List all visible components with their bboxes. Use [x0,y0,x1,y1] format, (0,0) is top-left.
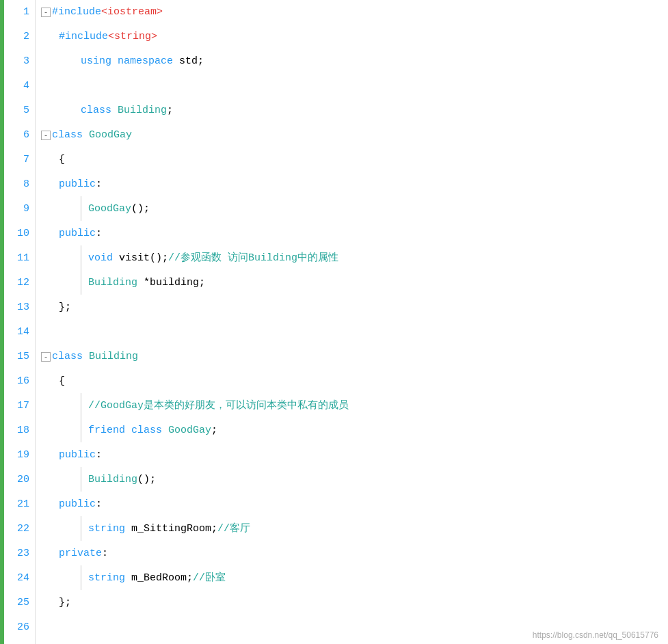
token: }; [59,295,71,320]
token: public [59,222,96,246]
token: public [59,172,96,197]
token: class [81,98,111,123]
token [83,123,89,148]
code-line: friend class GoodGay; [41,418,668,443]
code-line: -class Building [41,345,668,369]
line-number: 18 [4,418,35,443]
token [83,345,89,369]
code-line: private: [41,541,668,566]
token: //参观函数 访问Building中的属性 [168,246,338,271]
line-number: 8 [4,172,35,197]
token: { [59,148,65,172]
line-number: 22 [4,517,35,541]
token: *building; [137,271,205,295]
code-line: public: [41,222,668,246]
line-numbers: 1234567891011121314151617181920212223242… [4,0,36,644]
token: <iostream> [101,0,163,25]
code-line: }; [41,295,668,320]
line-number: 10 [4,222,35,246]
token: private [59,541,102,566]
code-line: string m_SittingRoom;//客厅 [41,517,668,541]
token: Building [88,468,137,492]
token: GoodGay [88,197,131,222]
token: friend [88,418,125,443]
line-number: 21 [4,492,35,517]
token: class [52,345,83,369]
line-number: 23 [4,541,35,566]
token: GoodGay [89,123,132,148]
line-number: 3 [4,49,35,74]
token: : [96,443,102,468]
token: Building [118,98,167,123]
token: GoodGay [168,418,211,443]
code-line: #include<string> [41,25,668,49]
token: //卧室 [193,566,226,591]
indent-guide [81,467,81,492]
code-line: Building *building; [41,271,668,295]
token: (); [137,468,156,492]
token: public [59,492,96,517]
token: using [81,49,111,74]
token: void [88,246,113,271]
line-number: 13 [4,295,35,320]
code-line: class Building; [41,98,668,123]
indent-guide [81,196,81,221]
token: string [88,517,125,541]
line-number: 2 [4,25,35,49]
indent-guide [81,393,81,418]
line-number: 15 [4,345,35,369]
line-number: 7 [4,148,35,172]
token: : [96,222,102,246]
code-line: Building(); [41,468,668,492]
line-number: 16 [4,369,35,394]
code-line: string m_BedRoom;//卧室 [41,566,668,591]
code-line: { [41,148,668,172]
line-number: 25 [4,591,35,615]
code-line: GoodGay(); [41,197,668,222]
token: //GoodGay是本类的好朋友，可以访问本类中私有的成员 [88,394,349,418]
code-line: public: [41,443,668,468]
editor-container: 1234567891011121314151617181920212223242… [0,0,668,644]
token: #include [52,0,101,25]
token: : [102,541,108,566]
fold-button[interactable]: - [41,352,51,362]
indent-guide [81,418,81,442]
token: #include [59,25,108,49]
token: }; [59,591,71,615]
fold-button[interactable]: - [41,131,51,140]
token: { [59,369,65,394]
line-number: 9 [4,197,35,222]
token: m_SittingRoom; [125,517,217,541]
code-line: public: [41,492,668,517]
token: class [52,123,83,148]
code-line: public: [41,172,668,197]
indent-guide [81,565,81,590]
watermark: https://blog.csdn.net/qq_50615776 [533,630,658,640]
code-area: -#include<iostream>#include<string>using… [36,0,668,644]
token [111,98,118,123]
token: public [59,443,96,468]
indent-guide [81,516,81,541]
line-number: 1 [4,0,35,25]
indent-guide [81,270,81,295]
token: visit(); [113,246,168,271]
token [162,418,168,443]
code-line [41,74,668,98]
line-number: 6 [4,123,35,148]
token: Building [89,345,138,369]
indent-guide [81,245,81,270]
line-number: 17 [4,394,35,418]
token: : [96,492,102,517]
token: ; [211,418,217,443]
token: std; [173,49,204,74]
fold-button[interactable]: - [41,8,51,17]
line-number: 26 [4,615,35,640]
line-number: 12 [4,271,35,295]
code-line: using namespace std; [41,49,668,74]
token: : [96,172,102,197]
token: ; [167,98,173,123]
line-number: 14 [4,320,35,345]
code-line [41,320,668,345]
line-number: 4 [4,74,35,98]
line-number: 5 [4,98,35,123]
